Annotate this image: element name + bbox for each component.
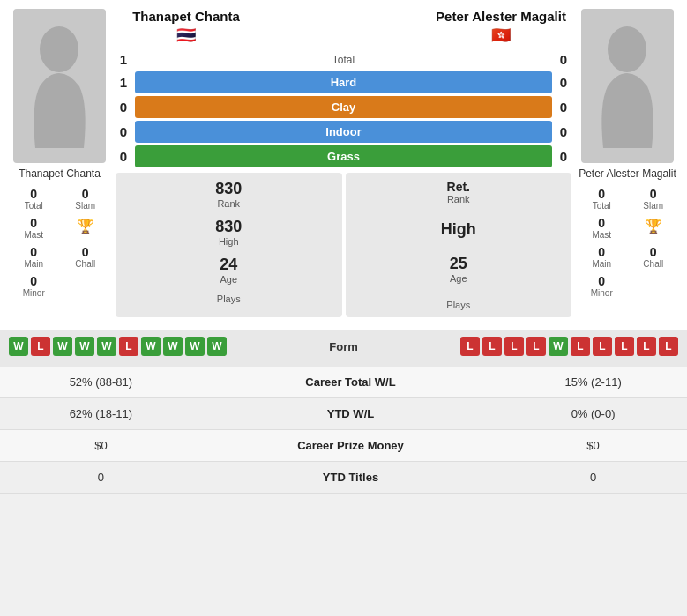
left-rank-lbl: Rank xyxy=(217,198,240,209)
right-plays-lbl: Plays xyxy=(446,300,470,310)
total-score-row: 1 Total 0 xyxy=(116,52,571,67)
stats-row: 52% (88-81)Career Total W/L15% (2-11) xyxy=(0,367,687,398)
left-main-value: 0 xyxy=(30,245,37,259)
left-trophy-icon: 🏆 xyxy=(77,218,94,234)
right-mast-label: Mast xyxy=(592,230,611,240)
surface-row-clay: 0 Clay 0 xyxy=(116,96,571,118)
rank-boxes-row: 830 Rank 830 High 24 Age Plays xyxy=(116,173,571,317)
right-high-val: High xyxy=(441,220,476,239)
surface-row-hard: 1 Hard 0 xyxy=(116,71,571,93)
surface-rows: 1 Hard 0 0 Clay 0 0 Indoor 0 0 Grass xyxy=(116,71,571,167)
left-minor-value: 0 xyxy=(30,274,37,288)
right-form-badge: L xyxy=(593,337,612,356)
left-flag: 🇹🇭 xyxy=(176,26,196,45)
grass-badge: Grass xyxy=(135,145,552,167)
middle-area: Thanapet Chanta 🇹🇭 Peter Alester Magalit… xyxy=(116,9,571,317)
left-form-badge: W xyxy=(163,337,183,356)
left-form-badge: L xyxy=(119,337,138,356)
left-form-badge: W xyxy=(185,337,205,356)
right-form-badge: W xyxy=(549,337,568,356)
form-section: WLWWWLWWWW Form LLLLWLLLLL xyxy=(0,330,687,367)
stat-right-1: 0% (0-0) xyxy=(499,398,687,430)
right-form-badge: L xyxy=(637,337,656,356)
left-chall-value: 0 xyxy=(82,245,89,259)
right-mast-value: 0 xyxy=(598,216,605,230)
left-form-badge: W xyxy=(97,337,116,356)
left-main-label: Main xyxy=(24,259,43,269)
left-high-lbl: High xyxy=(219,236,239,247)
right-age-val: 25 xyxy=(450,255,467,273)
left-player-name-top: Thanapet Chanta xyxy=(116,9,257,24)
right-rank-val: Ret. xyxy=(447,180,470,194)
match-section: Thanapet Chanta 0 Total 0 Slam 0 Mast 🏆 xyxy=(0,0,687,326)
right-trophy-icon: 🏆 xyxy=(645,218,662,234)
left-high-item: 830 High xyxy=(215,218,242,247)
right-main-label: Main xyxy=(592,259,611,269)
left-form-badge: W xyxy=(53,337,72,356)
right-player-card: Peter Alester Magalit 0 Total 0 Slam 0 M… xyxy=(577,9,678,317)
left-chall-label: Chall xyxy=(75,259,95,269)
right-minor-label: Minor xyxy=(591,288,613,298)
right-trophy-cell: 🏆 xyxy=(629,214,679,241)
left-minor-label: Minor xyxy=(23,288,45,298)
stat-left-2: $0 xyxy=(0,430,202,462)
left-form-badge: L xyxy=(31,337,50,356)
left-plays-lbl: Plays xyxy=(217,293,241,304)
stat-center-3: YTD Titles xyxy=(202,462,499,494)
left-mast-cell: 0 Mast xyxy=(9,214,59,241)
stats-row: $0Career Prize Money$0 xyxy=(0,430,687,462)
left-form-badges: WLWWWLWWWW xyxy=(9,337,227,356)
right-plays-item: Plays xyxy=(446,300,470,310)
left-age-val: 24 xyxy=(220,256,237,274)
right-form-badge: L xyxy=(482,337,502,356)
clay-left-score: 0 xyxy=(116,100,131,115)
right-form-badge: L xyxy=(571,337,590,356)
right-form-badge: L xyxy=(659,337,678,356)
right-total-cell: 0 Total xyxy=(577,185,627,212)
clay-right-score: 0 xyxy=(556,100,571,115)
right-high-item: High xyxy=(441,220,476,239)
left-total-label: Total xyxy=(25,201,43,211)
right-form-badge: L xyxy=(504,337,524,356)
left-player-card: Thanapet Chanta 0 Total 0 Slam 0 Mast 🏆 xyxy=(9,9,110,317)
total-left-score: 1 xyxy=(116,52,131,67)
left-slam-value: 0 xyxy=(82,187,89,201)
right-form-badge: L xyxy=(615,337,634,356)
form-row: WLWWWLWWWW Form LLLLWLLLLL xyxy=(9,337,678,356)
left-rank-item: 830 Rank xyxy=(215,180,242,209)
left-player-silhouette xyxy=(26,25,93,148)
right-form-badge: L xyxy=(526,337,546,356)
svg-point-1 xyxy=(608,26,646,72)
left-form-badge: W xyxy=(75,337,94,356)
left-chall-cell: 0 Chall xyxy=(61,243,111,271)
right-player-name: Peter Alester Magalit xyxy=(579,167,676,180)
left-high-val: 830 xyxy=(215,218,242,236)
left-rank-box: 830 Rank 830 High 24 Age Plays xyxy=(116,173,342,317)
right-total-label: Total xyxy=(593,201,611,211)
left-form-badge: W xyxy=(207,337,227,356)
stat-right-2: $0 xyxy=(499,430,687,462)
left-rank-val: 830 xyxy=(215,180,242,198)
stat-right-0: 15% (2-11) xyxy=(499,367,687,398)
right-player-name-top: Peter Alester Magalit xyxy=(430,9,571,24)
right-slam-value: 0 xyxy=(650,187,657,201)
total-label: Total xyxy=(135,54,552,66)
right-player-stats: 0 Total 0 Slam 0 Mast 🏆 0 Main xyxy=(577,185,678,300)
right-name-block: Peter Alester Magalit 🇭🇰 xyxy=(430,9,571,45)
right-rank-lbl: Rank xyxy=(447,194,470,204)
left-player-name: Thanapet Chanta xyxy=(19,167,101,180)
right-minor-value: 0 xyxy=(598,274,605,288)
stats-row: 0YTD Titles0 xyxy=(0,462,687,494)
hard-badge: Hard xyxy=(135,71,552,93)
left-player-avatar xyxy=(13,9,106,163)
left-age-item: 24 Age xyxy=(220,256,237,285)
right-minor-cell: 0 Minor xyxy=(577,272,627,300)
left-main-cell: 0 Main xyxy=(9,243,59,271)
stat-left-1: 62% (18-11) xyxy=(0,398,202,430)
stat-center-0: Career Total W/L xyxy=(202,367,499,398)
stat-left-3: 0 xyxy=(0,462,202,494)
right-main-value: 0 xyxy=(598,245,605,259)
right-player-avatar xyxy=(581,9,674,163)
right-rank-box: Ret. Rank High 25 Age Plays xyxy=(346,173,572,317)
left-plays-item: Plays xyxy=(217,293,241,304)
